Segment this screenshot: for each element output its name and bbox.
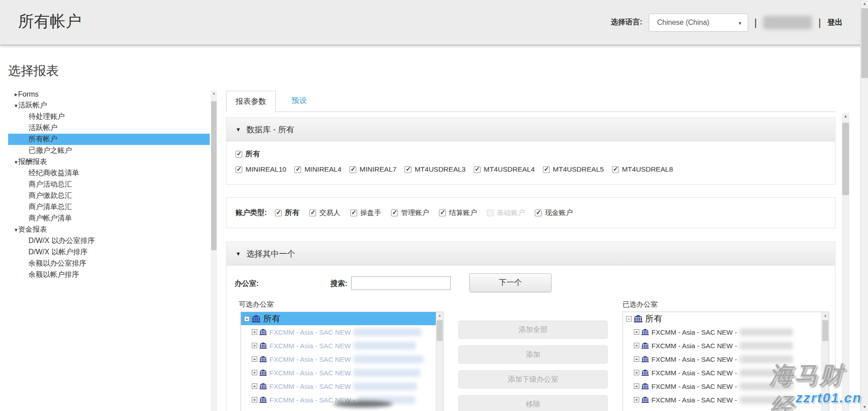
sidebar-item-merchant-account-list[interactable]: 商户帐户清单 [8,213,210,224]
sidebar-item-dwx-by-office[interactable]: D/W/X 以办公室排序 [8,235,210,247]
tree-scrollbar[interactable] [211,90,217,411]
logout-link[interactable]: 登出 [827,17,843,28]
office-root-row[interactable]: 所有 [623,312,829,325]
db-checkbox-item[interactable]: MT4USDREAL8 [612,165,673,173]
sidebar-item-forms[interactable]: Forms [8,89,210,100]
scroll-up-icon[interactable] [842,114,849,118]
scrollbar-thumb[interactable] [842,123,849,195]
content-scrollbar[interactable] [842,113,849,411]
tab-report-parameters[interactable]: 报表参数 [226,91,276,112]
expand-plus-icon[interactable] [634,397,639,402]
sidebar-item-broker-income-list[interactable]: 经纪商收益清单 [8,168,210,179]
account-type-option[interactable]: 操盘手 [350,208,382,218]
expand-plus-icon[interactable] [252,343,257,348]
sidebar-item-merchant-payment-summary[interactable]: 商户缴款总汇 [8,190,210,201]
account-type-option[interactable]: 现金账户 [535,208,573,218]
db-checkbox[interactable] [349,166,356,173]
db-checkbox-item[interactable]: MT4USDREAL3 [405,165,466,173]
expand-plus-icon[interactable] [634,329,639,335]
collapse-minus-icon[interactable] [626,316,632,322]
sidebar-group-active-accounts[interactable]: 活跃帐户 [8,100,210,111]
office-row[interactable]: FXCMM - Asia - SAC NEW [241,352,443,366]
sidebar-item-active-accounts[interactable]: 活跃帐户 [8,122,210,134]
scrollbar-thumb[interactable] [861,8,868,78]
account-type-checkbox[interactable] [439,210,446,216]
db-checkbox-item[interactable]: MT4USDREAL4 [474,165,535,173]
office-row[interactable]: FXCMM - Asia - SAC NEW - [623,325,829,339]
db-checkbox-item[interactable]: MINIREAL10 [236,165,286,173]
next-button[interactable]: 下一个 [469,273,552,292]
sidebar-item-closed-accounts[interactable]: 已撤户之账户 [8,145,210,156]
expand-plus-icon[interactable] [634,383,639,389]
available-list-scrollbar[interactable] [436,312,443,411]
sidebar-group-compensation-reports[interactable]: 报酬报表 [8,156,210,168]
db-checkbox[interactable] [612,166,619,173]
db-all-checkbox-item[interactable]: 所有 [236,149,260,159]
remove-button[interactable]: 移除 [458,395,608,411]
scroll-up-icon[interactable] [211,91,217,95]
office-row[interactable]: FXCMM - Asia - SAC NEW [241,325,443,339]
office-row[interactable]: FXCMM - Asia - SAC NEW - [623,352,829,366]
account-type-option[interactable]: 交易人 [309,208,340,218]
sidebar-item-pending-accounts[interactable]: 待处理账户 [8,111,210,122]
db-checkbox[interactable] [405,166,411,173]
db-checkbox-item[interactable]: MINIREAL7 [349,165,396,173]
office-row[interactable]: FXCMM - Asia - SAC NEW - [623,366,829,379]
db-checkbox-item[interactable]: MT4USDREAL5 [543,165,604,173]
selected-list-scrollbar[interactable] [821,312,829,411]
scroll-down-icon[interactable] [861,403,868,411]
db-checkbox[interactable] [236,166,242,173]
tab-presets[interactable]: 预设 [292,90,307,112]
db-checkbox[interactable] [294,166,301,173]
scroll-up-icon[interactable] [436,313,443,318]
choose-one-section-header[interactable]: 选择其中一个 [226,242,835,266]
sidebar-item-balance-by-office[interactable]: 余额以办公室排序 [8,258,210,269]
account-type-checkbox[interactable] [275,210,282,216]
account-type-option[interactable]: 管理账户 [391,208,429,218]
expand-plus-icon[interactable] [252,370,257,375]
db-checkbox[interactable] [474,166,481,173]
sidebar-item-all-accounts[interactable]: 所有帐户 [8,134,210,145]
add-sub-offices-button[interactable]: 添加下级办公室 [458,370,608,388]
office-row[interactable]: FXCMM - Asia - SAC NEW [241,366,443,379]
add-all-button[interactable]: 添加全部 [458,321,608,339]
sidebar-item-merchant-activity-summary[interactable]: 商户活动总汇 [8,179,210,190]
sidebar-item-dwx-by-account[interactable]: D/W/X 以帐户排序 [8,247,210,258]
office-row[interactable]: FXCMM - Asia - SAC NEW - [623,379,829,393]
office-row[interactable]: FXCMM - Asia - SAC NEW [241,339,443,352]
page-scrollbar[interactable] [860,0,868,411]
expand-plus-icon[interactable] [634,356,639,362]
sidebar-item-merchant-list-summary[interactable]: 商户清单总汇 [8,201,210,213]
search-input[interactable] [351,276,451,290]
database-section-header[interactable]: 数据库 - 所有 [226,118,835,141]
expand-plus-icon[interactable] [634,343,639,348]
expand-plus-icon[interactable] [252,383,257,389]
account-type-option[interactable]: 所有 [275,208,299,218]
add-button[interactable]: 添加 [458,346,608,364]
sidebar-group-funds-reports[interactable]: 资金报表 [8,224,210,235]
office-root-row[interactable]: 所有 [241,312,443,325]
office-row[interactable]: FXCMM - Asia - SAC NEW - [623,339,829,352]
expand-plus-icon[interactable] [252,397,257,402]
office-row[interactable]: FXCMM - Asia - SAC NEW [241,379,443,393]
db-checkbox[interactable] [543,166,550,173]
account-type-checkbox[interactable] [535,210,542,216]
db-all-checkbox[interactable] [236,151,242,158]
expand-plus-icon[interactable] [244,316,250,322]
scrollbar-thumb[interactable] [211,101,217,250]
db-checkbox-item[interactable]: MINIREAL4 [294,165,341,173]
language-select[interactable]: Chinese (China) [649,14,748,32]
scroll-up-icon[interactable] [861,0,868,8]
account-type-checkbox[interactable] [350,210,357,216]
office-row[interactable]: FXCMM - Asia - SAC NEW - [623,393,829,406]
expand-plus-icon[interactable] [634,370,639,375]
sidebar-item-balance-by-account[interactable]: 余额以帐户排序 [8,269,210,280]
account-type-option[interactable]: 结算账户 [439,208,477,218]
account-type-checkbox[interactable] [391,210,398,216]
account-type-checkbox[interactable] [309,210,316,216]
expand-plus-icon[interactable] [252,329,257,335]
expand-plus-icon[interactable] [252,356,257,362]
scrollbar-thumb[interactable] [822,320,828,341]
scrollbar-thumb[interactable] [437,320,443,341]
scroll-up-icon[interactable] [822,313,829,318]
